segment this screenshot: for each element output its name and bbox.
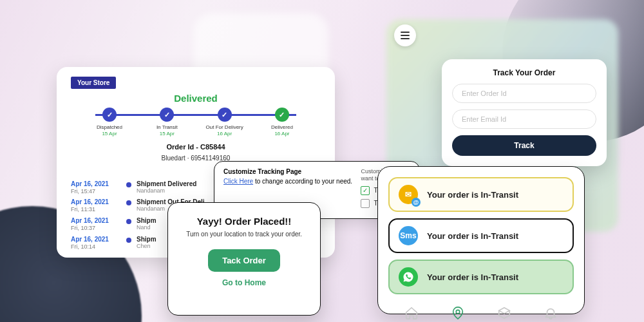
status-title: Delivered [71, 93, 321, 104]
checkbox-on-icon: ✓ [361, 186, 370, 195]
customize-link[interactable]: Click Here [223, 178, 253, 185]
customize-title: Customize Tracking Page [223, 168, 352, 175]
notifications-card: ✉ Your order is In-Transit Sms Your orde… [377, 166, 585, 314]
tab-tracking[interactable] [451, 306, 465, 322]
carrier-info: Bluedart · 69541149160 [71, 155, 321, 162]
tab-bar [388, 301, 574, 322]
notification-email[interactable]: ✉ Your order is In-Transit [388, 177, 574, 212]
track-button[interactable]: Track [452, 135, 596, 156]
go-home-link[interactable]: Go to Home [177, 278, 311, 287]
order-id-input[interactable] [452, 84, 596, 103]
step-dot-out-for-delivery [218, 108, 232, 122]
mail-icon: ✉ [399, 185, 418, 204]
email-id-input[interactable] [452, 109, 596, 129]
step-dot-delivered [275, 108, 289, 122]
step-dot-dispatched [102, 108, 117, 122]
store-chip: Your Store [71, 77, 116, 89]
whatsapp-icon [399, 267, 418, 287]
progress-steps: Dispatched15 Apr In Transit15 Apr Out Fo… [89, 108, 303, 137]
notification-sms[interactable]: Sms Your order is In-Transit [388, 218, 574, 253]
event-bullet-icon [126, 200, 131, 205]
tab-orders[interactable] [497, 306, 511, 322]
event-bullet-icon [126, 182, 131, 187]
order-placed-title: Yayy! Order Placed!! [177, 216, 311, 227]
tab-home[interactable] [404, 306, 419, 322]
track-order-button[interactable]: Tack Order [208, 249, 280, 272]
order-placed-modal: Yayy! Order Placed!! Turn on your locati… [167, 202, 321, 316]
svg-point-0 [456, 310, 460, 314]
order-id: Order Id - C85844 [71, 143, 321, 151]
menu-button[interactable] [394, 24, 416, 46]
track-order-card: Track Your Order Track [442, 59, 607, 166]
checkbox-off-icon [361, 199, 370, 208]
track-order-title: Track Your Order [452, 68, 596, 77]
order-placed-subtitle: Turn on your location to track your orde… [177, 231, 311, 238]
event-bullet-icon [126, 238, 131, 243]
step-dot-in-transit [160, 108, 174, 122]
tab-notifications[interactable] [544, 306, 558, 322]
event-bullet-icon [126, 219, 131, 224]
notification-whatsapp[interactable]: Your order is In-Transit [388, 260, 574, 294]
sms-icon: Sms [399, 226, 418, 245]
